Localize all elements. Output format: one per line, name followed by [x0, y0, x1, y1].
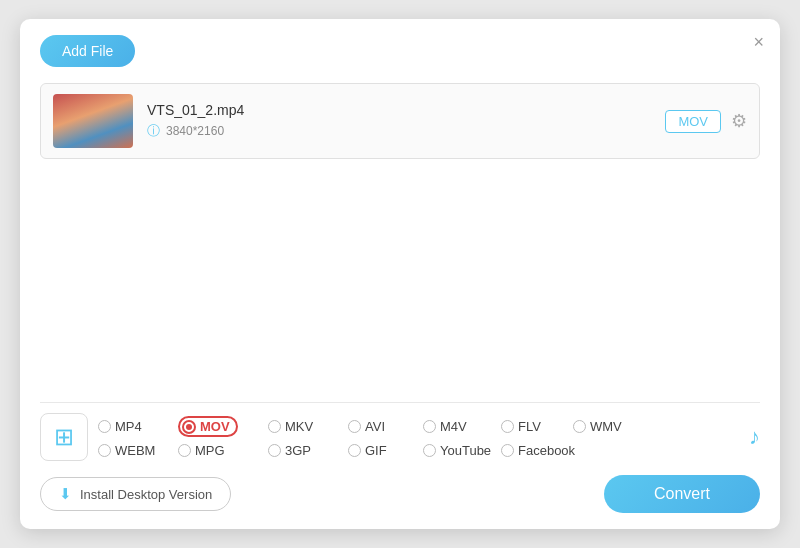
format-option-wmv[interactable]: WMV: [573, 416, 645, 437]
format-label-facebook: Facebook: [518, 443, 575, 458]
convert-button[interactable]: Convert: [604, 475, 760, 513]
radio-3gp[interactable]: [268, 444, 281, 457]
bottom-row: ⬇ Install Desktop Version Convert: [40, 475, 760, 513]
format-option-mov[interactable]: MOV: [178, 416, 268, 437]
file-meta: ⓘ 3840*2160: [147, 122, 665, 140]
file-info: VTS_01_2.mp4 ⓘ 3840*2160: [147, 102, 665, 140]
divider: [40, 402, 760, 403]
format-grid-wrapper: MP4 MOV MKV AVI M4: [98, 416, 729, 458]
radio-mpg[interactable]: [178, 444, 191, 457]
format-label-avi: AVI: [365, 419, 385, 434]
radio-m4v[interactable]: [423, 420, 436, 433]
radio-wmv[interactable]: [573, 420, 586, 433]
radio-mov[interactable]: [182, 420, 196, 434]
format-section: ⊞ MP4 MOV MKV: [40, 413, 760, 461]
format-option-webm[interactable]: WEBM: [98, 443, 178, 458]
format-label-m4v: M4V: [440, 419, 467, 434]
format-option-mp4[interactable]: MP4: [98, 416, 178, 437]
format-label-mov: MOV: [200, 419, 230, 434]
format-option-m4v[interactable]: M4V: [423, 416, 501, 437]
close-button[interactable]: ×: [753, 33, 764, 51]
file-actions: MOV ⚙: [665, 110, 747, 133]
install-label: Install Desktop Version: [80, 487, 212, 502]
format-row-1: MP4 MOV MKV AVI M4: [98, 416, 729, 437]
file-item: VTS_01_2.mp4 ⓘ 3840*2160 MOV ⚙: [40, 83, 760, 159]
settings-icon[interactable]: ⚙: [731, 110, 747, 132]
main-dialog: × Add File VTS_01_2.mp4 ⓘ 3840*2160 MOV …: [20, 19, 780, 529]
format-option-avi[interactable]: AVI: [348, 416, 423, 437]
format-row-2: WEBM MPG 3GP GIF YouTube: [98, 443, 729, 458]
film-icon: ⊞: [54, 423, 74, 451]
format-label-mkv: MKV: [285, 419, 313, 434]
format-option-flv[interactable]: FLV: [501, 416, 573, 437]
radio-youtube[interactable]: [423, 444, 436, 457]
format-label-wmv: WMV: [590, 419, 622, 434]
info-icon: ⓘ: [147, 122, 160, 140]
format-label-gif: GIF: [365, 443, 387, 458]
format-label-mp4: MP4: [115, 419, 142, 434]
install-desktop-button[interactable]: ⬇ Install Desktop Version: [40, 477, 231, 511]
file-thumbnail: [53, 94, 133, 148]
format-label-youtube: YouTube: [440, 443, 491, 458]
file-list: VTS_01_2.mp4 ⓘ 3840*2160 MOV ⚙: [40, 83, 760, 388]
add-file-button[interactable]: Add File: [40, 35, 135, 67]
radio-flv[interactable]: [501, 420, 514, 433]
radio-mkv[interactable]: [268, 420, 281, 433]
radio-avi[interactable]: [348, 420, 361, 433]
format-option-mpg[interactable]: MPG: [178, 443, 268, 458]
format-option-gif[interactable]: GIF: [348, 443, 423, 458]
radio-facebook[interactable]: [501, 444, 514, 457]
music-icon-wrapper: ♪: [739, 424, 760, 450]
radio-webm[interactable]: [98, 444, 111, 457]
format-label-flv: FLV: [518, 419, 541, 434]
radio-mp4[interactable]: [98, 420, 111, 433]
format-label-3gp: 3GP: [285, 443, 311, 458]
file-name: VTS_01_2.mp4: [147, 102, 665, 118]
download-icon: ⬇: [59, 485, 72, 503]
mov-ring: MOV: [178, 416, 238, 437]
format-option-3gp[interactable]: 3GP: [268, 443, 348, 458]
radio-gif[interactable]: [348, 444, 361, 457]
format-option-mkv[interactable]: MKV: [268, 416, 348, 437]
format-icon-box: ⊞: [40, 413, 88, 461]
format-option-facebook[interactable]: Facebook: [501, 443, 591, 458]
file-resolution: 3840*2160: [166, 124, 224, 138]
format-option-youtube[interactable]: YouTube: [423, 443, 501, 458]
format-badge-button[interactable]: MOV: [665, 110, 721, 133]
format-label-webm: WEBM: [115, 443, 155, 458]
header-row: Add File: [40, 35, 760, 67]
music-icon: ♪: [749, 424, 760, 449]
format-label-mpg: MPG: [195, 443, 225, 458]
